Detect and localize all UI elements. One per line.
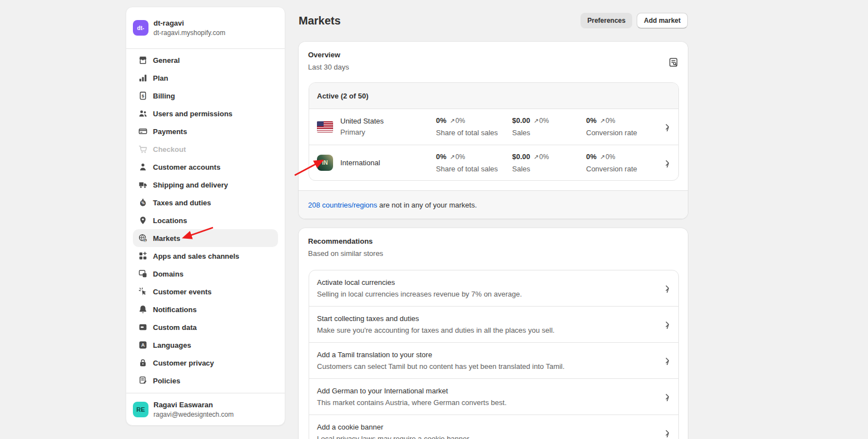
recommendations-card: Recommendations Based on similar stores … xyxy=(299,228,688,439)
market-stat: 0%↗0%Conversion rate xyxy=(586,116,637,137)
market-stat: 0%↗0%Share of total sales xyxy=(436,152,498,174)
recommendations-title: Recommendations xyxy=(308,236,678,246)
recommendations-card-head: Recommendations Based on similar stores xyxy=(299,228,688,258)
chevron-right-icon xyxy=(663,122,672,131)
sidebar-item-label: Custom data xyxy=(153,323,197,332)
trend-up-icon: ↗ xyxy=(450,117,455,125)
active-markets-header: Active (2 of 50) xyxy=(309,83,678,109)
sidebar-item-label: Payments xyxy=(153,127,187,136)
market-stat: 0%↗0%Share of total sales xyxy=(436,116,498,137)
market-subtitle: Primary xyxy=(340,128,384,137)
sidebar-item-languages[interactable]: ALanguages xyxy=(133,336,278,354)
sidebar-item-domains[interactable]: Domains xyxy=(133,265,278,283)
market-stat: $0.00↗0%Sales xyxy=(512,116,549,137)
market-row-international[interactable]: INInternational0%↗0%Share of total sales… xyxy=(309,145,678,180)
sidebar-item-users-and-permissions[interactable]: Users and permissions xyxy=(133,105,278,122)
recommendation-title: Add German to your International market xyxy=(317,386,654,396)
sidebar-item-plan[interactable]: Plan xyxy=(133,69,278,87)
header-actions: Preferences Add market xyxy=(581,13,688,28)
sidebar-item-label: Shipping and delivery xyxy=(153,181,228,189)
custom-data-icon xyxy=(137,322,148,333)
languages-icon: A xyxy=(137,339,148,351)
policies-icon xyxy=(137,375,148,386)
sidebar-item-label: Billing xyxy=(153,92,175,100)
sidebar-item-customer-accounts[interactable]: Customer accounts xyxy=(133,158,278,176)
sidebar-item-apps-and-sales-channels[interactable]: Apps and sales channels xyxy=(133,247,278,265)
sidebar-item-label: Customer events xyxy=(153,288,211,296)
active-markets-box: Active (2 of 50) United StatesPrimary0%↗… xyxy=(309,82,679,181)
preferences-button[interactable]: Preferences xyxy=(581,13,632,28)
market-stat: $0.00↗0%Sales xyxy=(512,152,549,174)
svg-text:%: % xyxy=(141,201,145,205)
plan-chart-icon xyxy=(137,72,148,83)
recommendation-activate-local-currencies[interactable]: Activate local currenciesSelling in loca… xyxy=(309,270,678,306)
sidebar-item-label: Apps and sales channels xyxy=(153,252,239,260)
sidebar-nav: GeneralPlan$BillingUsers and permissions… xyxy=(126,49,285,393)
recommendation-description: This market contains Austria, where Germ… xyxy=(317,398,654,407)
chevron-right-icon xyxy=(663,320,672,329)
sidebar-item-locations[interactable]: Locations xyxy=(133,211,278,229)
user-avatar: RE xyxy=(133,402,148,417)
store-domain: dt-ragavi.myshopify.com xyxy=(153,28,225,37)
sidebar-item-payments[interactable]: Payments xyxy=(133,122,278,140)
user-email: ragavi@wedesigntech.com xyxy=(153,410,234,419)
sidebar-item-general[interactable]: General xyxy=(133,51,278,69)
sidebar-item-label: Policies xyxy=(153,377,180,385)
sidebar-item-label: Languages xyxy=(153,341,191,349)
sidebar-item-label: Customer accounts xyxy=(153,163,220,171)
sidebar-item-billing[interactable]: $Billing xyxy=(133,87,278,105)
sidebar-user: RE Ragavi Easwaran ragavi@wedesigntech.c… xyxy=(126,393,285,425)
recommendation-title: Add a cookie banner xyxy=(317,422,654,432)
svg-text:$: $ xyxy=(142,93,145,98)
sidebar-item-label: Users and permissions xyxy=(153,110,232,118)
sidebar-item-label: General xyxy=(153,56,180,65)
markets-globe-icon: $ xyxy=(137,233,148,244)
bell-icon xyxy=(137,304,148,315)
recommendation-add-a-cookie-banner[interactable]: Add a cookie bannerLocal privacy laws ma… xyxy=(309,415,678,439)
store-avatar: dt- xyxy=(133,20,148,36)
sidebar-item-customer-privacy[interactable]: Customer privacy xyxy=(133,354,278,372)
store-icon xyxy=(137,55,148,66)
recommendation-description: Make sure you're accounting for taxes an… xyxy=(317,325,654,335)
trend-up-icon: ↗ xyxy=(450,154,455,161)
sidebar-item-shipping-and-delivery[interactable]: Shipping and delivery xyxy=(133,176,278,194)
sidebar-item-label: Customer privacy xyxy=(153,359,214,367)
trend-up-icon: ↗ xyxy=(534,154,539,161)
lock-icon xyxy=(137,357,148,368)
active-markets-list: United StatesPrimary0%↗0%Share of total … xyxy=(309,109,678,180)
domains-icon xyxy=(137,268,148,279)
overview-footer: 208 countries/regions are not in any of … xyxy=(299,190,688,219)
chevron-right-icon xyxy=(663,392,672,401)
countries-regions-link[interactable]: 208 countries/regions xyxy=(308,201,377,209)
cart-icon xyxy=(137,144,148,155)
sidebar-item-checkout[interactable]: Checkout xyxy=(133,140,278,158)
sidebar-item-policies[interactable]: Policies xyxy=(133,372,278,389)
add-market-button[interactable]: Add market xyxy=(637,13,688,28)
sidebar-item-label: Domains xyxy=(153,270,183,278)
market-row-united-states[interactable]: United StatesPrimary0%↗0%Share of total … xyxy=(309,109,678,145)
overview-card: Overview Last 30 days Active (2 of 50) U… xyxy=(299,42,688,219)
market-name: International xyxy=(340,159,380,167)
person-icon xyxy=(137,161,148,172)
trend-up-icon: ↗ xyxy=(600,117,605,125)
recommendation-add-german-to-your-international-market[interactable]: Add German to your International marketT… xyxy=(309,378,678,415)
recommendation-add-a-tamil-translation-to-your-store[interactable]: Add a Tamil translation to your storeCus… xyxy=(309,342,678,378)
recommendations-list: Activate local currenciesSelling in loca… xyxy=(309,270,679,439)
sidebar-item-taxes-and-duties[interactable]: %Taxes and duties xyxy=(133,194,278,211)
sidebar-item-markets[interactable]: $Markets xyxy=(133,229,278,247)
overview-card-head: Overview Last 30 days xyxy=(299,42,688,72)
sidebar-item-label: Taxes and duties xyxy=(153,199,211,207)
recommendation-description: Local privacy laws may require a cookie … xyxy=(317,434,654,439)
sidebar-item-customer-events[interactable]: Customer events xyxy=(133,283,278,300)
sidebar-item-notifications[interactable]: Notifications xyxy=(133,300,278,318)
main-content: Markets Preferences Add market Overview … xyxy=(299,0,688,439)
customer-events-icon xyxy=(137,286,148,297)
chevron-right-icon xyxy=(663,428,672,437)
trend-up-icon: ↗ xyxy=(600,154,605,161)
sidebar-item-custom-data[interactable]: Custom data xyxy=(133,318,278,336)
page-title: Markets xyxy=(299,14,341,27)
sidebar-item-label: Markets xyxy=(153,234,180,243)
view-report-icon[interactable] xyxy=(667,56,680,69)
sidebar-item-label: Checkout xyxy=(153,145,186,154)
recommendation-start-collecting-taxes-and-duties[interactable]: Start collecting taxes and dutiesMake su… xyxy=(309,306,678,342)
